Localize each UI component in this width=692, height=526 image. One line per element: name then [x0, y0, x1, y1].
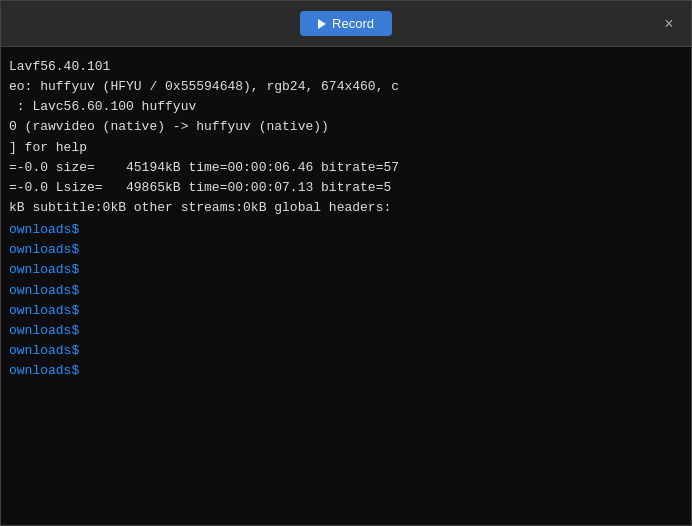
downloads-line-7: ownloads$	[9, 341, 683, 361]
downloads-line-6: ownloads$	[9, 321, 683, 341]
downloads-line-5: ownloads$	[9, 301, 683, 321]
close-button[interactable]: ×	[657, 12, 681, 36]
terminal-line: : Lavc56.60.100 huffyuv	[9, 97, 683, 117]
terminal-line: Lavf56.40.101	[9, 57, 683, 77]
terminal-line: ] for help	[9, 138, 683, 158]
downloads-line-2: ownloads$	[9, 240, 683, 260]
titlebar: Record ×	[1, 1, 691, 47]
main-window: Record × Lavf56.40.101 eo: huffyuv (HFYU…	[0, 0, 692, 526]
record-button[interactable]: Record	[300, 11, 392, 36]
terminal-line: eo: huffyuv (HFYU / 0x55594648), rgb24, …	[9, 77, 683, 97]
downloads-line-1: ownloads$	[9, 220, 683, 240]
record-label: Record	[332, 16, 374, 31]
terminal-line: 0 (rawvideo (native) -> huffyuv (native)…	[9, 117, 683, 137]
terminal-line: =-0.0 Lsize= 49865kB time=00:00:07.13 bi…	[9, 178, 683, 198]
terminal-line: =-0.0 size= 45194kB time=00:00:06.46 bit…	[9, 158, 683, 178]
downloads-line-4: ownloads$	[9, 281, 683, 301]
play-icon	[318, 19, 326, 29]
downloads-section: ownloads$ ownloads$ ownloads$ ownloads$ …	[9, 220, 683, 381]
close-icon: ×	[664, 15, 673, 33]
terminal-line: kB subtitle:0kB other streams:0kB global…	[9, 198, 683, 218]
terminal-output: Lavf56.40.101 eo: huffyuv (HFYU / 0x5559…	[1, 47, 691, 525]
downloads-line-8: ownloads$	[9, 361, 683, 381]
downloads-line-3: ownloads$	[9, 260, 683, 280]
